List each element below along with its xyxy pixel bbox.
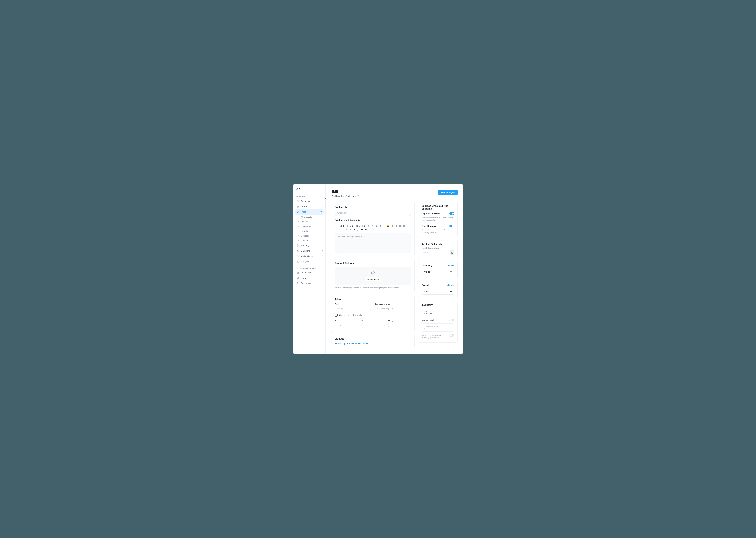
breadcrumb: Dashboard • Products • Edit xyxy=(332,195,361,197)
cart-icon xyxy=(297,205,299,208)
tax-label: Charge tax on this product xyxy=(339,314,363,316)
quantity-field-disabled: Quantity on stock 0 xyxy=(421,323,454,332)
indent-icon[interactable] xyxy=(399,225,401,227)
sidebar-sub-all-products[interactable]: All products xyxy=(293,215,325,219)
cost-input[interactable] xyxy=(335,323,358,328)
box-icon xyxy=(297,244,299,247)
sidebar-sub-coupons[interactable]: Coupons xyxy=(293,234,325,238)
bullet-icon xyxy=(299,221,299,222)
code-icon[interactable] xyxy=(341,228,344,231)
sigma-icon[interactable]: Σ xyxy=(368,228,371,231)
tax-checkbox[interactable] xyxy=(335,314,338,317)
sidebar-item-shipping[interactable]: Shipping xyxy=(293,243,325,248)
save-changes-button[interactable]: Save changes xyxy=(438,190,457,195)
bullet-icon xyxy=(299,236,299,236)
svg-point-6 xyxy=(391,225,391,226)
add-variant-option-link[interactable]: Add options like size or colors xyxy=(335,342,411,345)
list-ul-icon[interactable] xyxy=(391,225,393,227)
publish-date-input[interactable] xyxy=(421,250,449,255)
chevron-right-icon xyxy=(322,245,323,246)
brand-select[interactable]: Zara xyxy=(421,289,454,295)
margin-input[interactable] xyxy=(388,323,411,328)
pictures-heading: Product Pictures xyxy=(335,262,411,265)
product-title-input[interactable] xyxy=(335,210,411,216)
calendar-button[interactable] xyxy=(450,250,454,255)
superscript-icon[interactable]: X2 xyxy=(406,225,409,227)
express-checkout-toggle[interactable] xyxy=(449,212,454,215)
highlight-icon[interactable]: A xyxy=(387,225,389,227)
category-card: Category Add new Wings xyxy=(418,261,457,278)
breadcrumb-current: Edit xyxy=(357,195,361,197)
category-select[interactable]: Wings xyxy=(421,269,454,275)
sidebar-item-support[interactable]: Support xyxy=(293,275,325,281)
sidebar-item-media-center[interactable]: Media Center xyxy=(293,253,325,259)
sidebar-item-dashboard[interactable]: Dashboard xyxy=(293,198,325,204)
sidebar-item-marketing[interactable]: Marketing xyxy=(293,248,325,253)
breadcrumb-item[interactable]: Dashboard xyxy=(332,195,342,197)
sidebar-sub-reports[interactable]: Reports xyxy=(293,238,325,243)
bold-icon[interactable]: B xyxy=(367,225,370,227)
subscript-icon[interactable]: X2 xyxy=(337,228,340,231)
sidebar-item-orders[interactable]: Orders xyxy=(293,204,325,209)
ltr-icon[interactable] xyxy=(349,228,352,231)
compare-label: Compare-at price xyxy=(375,303,411,305)
chevron-right-icon xyxy=(322,272,323,273)
image-dropzone[interactable]: Upload Image xyxy=(335,267,411,285)
sidebar-item-customers[interactable]: Customers xyxy=(293,281,325,286)
sidebar-sub-brands[interactable]: Brands xyxy=(293,229,325,234)
sidebar-item-product[interactable]: Product xyxy=(295,209,324,215)
profit-input[interactable] xyxy=(361,323,385,328)
rte-font-select[interactable]: Font xyxy=(337,225,345,228)
page-title: Edit xyxy=(332,190,361,194)
sidebar-item-label: Customers xyxy=(301,282,311,285)
text-color-icon[interactable]: A xyxy=(383,225,386,227)
manage-stock-toggle[interactable] xyxy=(449,319,454,321)
sidebar-border-dashed xyxy=(325,200,326,208)
strike-icon[interactable]: S xyxy=(379,225,382,227)
category-add-new[interactable]: Add new xyxy=(446,264,454,267)
compare-price-input[interactable] xyxy=(375,306,411,311)
sidebar-sub-label: Inventory xyxy=(301,220,309,223)
margin-label: Margin xyxy=(388,320,411,322)
video-icon[interactable] xyxy=(365,228,367,231)
logo-glyph-2 xyxy=(299,188,301,190)
clear-format-icon[interactable] xyxy=(372,228,375,231)
rtl-icon[interactable] xyxy=(353,228,355,231)
breadcrumb-item[interactable]: Products xyxy=(346,195,354,197)
image-icon[interactable] xyxy=(361,228,363,231)
rte-textarea[interactable]: Write something awesome... xyxy=(335,233,411,252)
svg-point-2 xyxy=(298,207,299,207)
schedule-label: Publish Date and time xyxy=(421,247,454,249)
upload-image-button[interactable]: Upload Image xyxy=(364,277,382,281)
link-icon[interactable] xyxy=(357,228,359,231)
sidebar-item-online-store[interactable]: Online store xyxy=(293,270,325,275)
price-heading: Price xyxy=(335,298,411,301)
svg-rect-11 xyxy=(451,251,453,253)
sidebar-sub-categories[interactable]: Categories xyxy=(293,224,325,229)
quote-icon[interactable]: ” xyxy=(345,228,348,231)
free-shipping-toggle[interactable] xyxy=(449,225,454,227)
sidebar-sub-inventory[interactable]: Inventory xyxy=(293,219,325,224)
outdent-icon[interactable] xyxy=(402,225,405,227)
chevron-down-icon xyxy=(450,291,452,293)
caret-icon xyxy=(343,225,344,227)
list-ol-icon[interactable] xyxy=(395,225,397,227)
main-content: Edit Dashboard • Products • Edit Save ch… xyxy=(326,184,463,354)
sku-label: SKU xyxy=(424,310,452,312)
sidebar-item-label: Marketing xyxy=(301,249,310,252)
lifebuoy-icon xyxy=(297,277,299,279)
brand-add-new[interactable]: Add new xyxy=(446,284,454,286)
rte-weight-select[interactable]: Normal xyxy=(355,225,366,228)
rte-size-select[interactable]: 16px xyxy=(346,225,354,228)
price-label: Price xyxy=(335,303,371,305)
continue-selling-toggle[interactable] xyxy=(449,334,454,337)
sidebar-item-analytics[interactable]: Analytics xyxy=(293,259,325,264)
underline-icon[interactable]: U xyxy=(375,225,378,227)
sidebar-item-label: Support xyxy=(301,277,308,279)
price-card: Price Price Compare-at price Cha xyxy=(332,295,415,332)
italic-icon[interactable]: I xyxy=(371,225,374,227)
price-input[interactable] xyxy=(335,306,371,311)
sidebar-item-label: Shipping xyxy=(301,244,309,247)
sidebar-collapse-button[interactable] xyxy=(324,197,327,200)
sku-field[interactable]: SKU #ABC-123 xyxy=(421,308,454,316)
